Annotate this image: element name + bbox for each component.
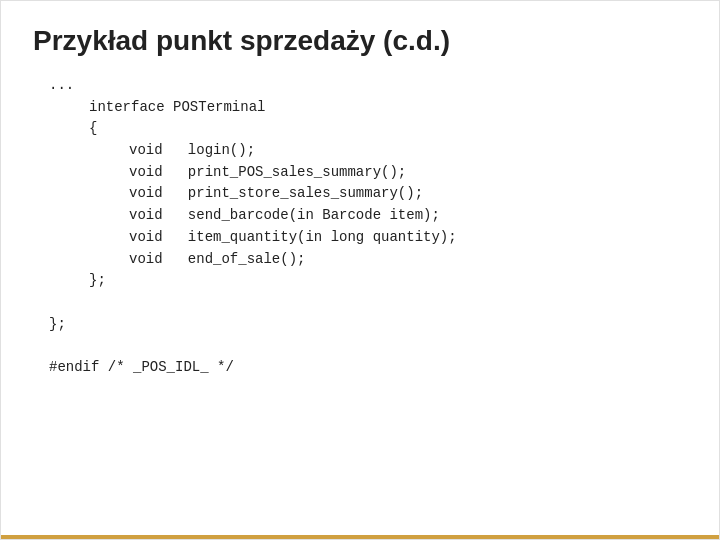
endif-line: #endif /* _POS_IDL_ */ (49, 357, 687, 379)
close-interface-line: }; (49, 270, 687, 292)
method-body-1: print_POS_sales_summary(); (188, 164, 406, 180)
void-keyword-3: void (129, 207, 163, 223)
slide-title: Przykład punkt sprzedaży (c.d.) (33, 25, 687, 57)
method-line-4: void item_quantity(in long quantity); (49, 227, 687, 249)
void-keyword-0: void (129, 142, 163, 158)
void-keyword-5: void (129, 251, 163, 267)
slide-container: Przykład punkt sprzedaży (c.d.) ... inte… (0, 0, 720, 540)
method-body-0: login(); (188, 142, 255, 158)
method-line-2: void print_store_sales_summary(); (49, 183, 687, 205)
code-block: ... interface POSTerminal { void login()… (33, 75, 687, 379)
method-body-4: item_quantity(in long quantity); (188, 229, 457, 245)
open-brace-line: { (49, 118, 687, 140)
method-line-3: void send_barcode(in Barcode item); (49, 205, 687, 227)
interface-name: POSTerminal (173, 99, 265, 115)
void-keyword-2: void (129, 185, 163, 201)
method-line-5: void end_of_sale(); (49, 249, 687, 271)
void-keyword-4: void (129, 229, 163, 245)
method-body-5: end_of_sale(); (188, 251, 306, 267)
close-outer-line: }; (49, 314, 687, 336)
method-line-0: void login(); (49, 140, 687, 162)
method-body-2: print_store_sales_summary(); (188, 185, 423, 201)
method-line-1: void print_POS_sales_summary(); (49, 162, 687, 184)
interface-keyword: interface (89, 99, 165, 115)
dots-line: ... (49, 75, 687, 97)
method-body-3: send_barcode(in Barcode item); (188, 207, 440, 223)
interface-line: interface POSTerminal (49, 97, 687, 119)
bottom-border (1, 535, 719, 539)
void-keyword-1: void (129, 164, 163, 180)
